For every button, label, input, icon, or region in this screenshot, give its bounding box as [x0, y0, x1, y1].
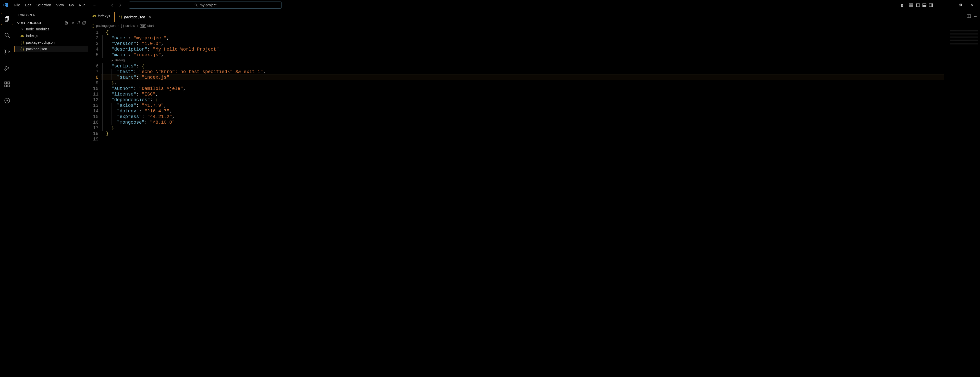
new-folder-icon[interactable] — [70, 21, 74, 25]
nav-forward-button[interactable] — [118, 3, 122, 7]
activity-run-debug-icon[interactable] — [1, 62, 13, 74]
svg-rect-24 — [5, 85, 6, 87]
activity-bar — [0, 10, 14, 377]
folder-header[interactable]: MY-PROJECT — [14, 21, 88, 25]
folder-name: MY-PROJECT — [21, 21, 41, 25]
code-line[interactable]: "test": "echo \"Error: no test specified… — [102, 69, 944, 75]
file-tree-item[interactable]: JSindex.js — [14, 32, 88, 39]
codelens-debug[interactable]: Debug — [102, 58, 944, 63]
braces-icon: { } — [121, 24, 124, 27]
collapse-all-icon[interactable] — [82, 21, 86, 25]
code-line[interactable] — [102, 136, 944, 142]
customize-layout-icon[interactable] — [909, 3, 913, 7]
minimize-button[interactable] — [943, 0, 955, 10]
file-tree-item[interactable]: { }package-lock.json — [14, 39, 88, 46]
menu-selection[interactable]: Selection — [34, 2, 54, 8]
breadcrumb-segment[interactable]: abcstart — [140, 24, 154, 27]
toggle-panel-icon[interactable] — [922, 3, 926, 7]
titlebar: FileEditSelectionViewGoRun ··· my-projec… — [0, 0, 980, 10]
code-line[interactable]: "scripts": { — [102, 63, 944, 69]
close-tab-button[interactable]: ✕ — [149, 15, 152, 19]
menu-run[interactable]: Run — [76, 2, 88, 8]
tab-label: package.json — [124, 15, 145, 19]
file-tree-item[interactable]: { }package.json — [14, 46, 88, 53]
json-icon: { } — [20, 40, 24, 45]
code-editor[interactable]: 12345 678910111213141516171819 { "name":… — [88, 29, 980, 377]
breadcrumb-label: scripts — [126, 24, 135, 27]
menu-view[interactable]: View — [54, 2, 66, 8]
code-line[interactable]: "author": "Damilola Ajele", — [102, 86, 944, 91]
breadcrumb-label: package.json — [96, 24, 116, 27]
file-tree-item[interactable]: node_modules — [14, 26, 88, 32]
svg-rect-5 — [912, 5, 913, 6]
file-name: package-lock.json — [26, 40, 55, 45]
code-line[interactable]: } — [102, 125, 944, 131]
copilot-icon[interactable] — [899, 3, 904, 8]
breadcrumb-segment[interactable]: { }package.json — [91, 24, 116, 27]
refresh-icon[interactable] — [76, 21, 80, 25]
new-file-icon[interactable] — [65, 21, 68, 25]
svg-rect-2 — [909, 3, 911, 5]
svg-rect-4 — [909, 5, 911, 6]
svg-rect-7 — [916, 3, 917, 6]
editor-area: JSindex.js{ }package.json✕ ··· { }packag… — [88, 10, 980, 377]
code-line[interactable]: "mongoose": "^8.10.0" — [102, 120, 944, 125]
line-number-gutter: 12345 678910111213141516171819 — [88, 29, 101, 142]
code-line[interactable]: "version": "1.0.0", — [102, 41, 944, 46]
code-line[interactable]: "name": "my-project", — [102, 35, 944, 41]
code-line[interactable]: "express": "^4.21.2", — [102, 114, 944, 120]
code-line[interactable]: "dotenv": "^16.4.7", — [102, 108, 944, 114]
activity-thunder-icon[interactable] — [1, 94, 13, 107]
tab-label: index.js — [98, 14, 110, 18]
file-name: node_modules — [26, 27, 49, 31]
explorer-more-button[interactable]: ··· — [81, 14, 84, 17]
activity-explorer-icon[interactable] — [1, 13, 13, 25]
maximize-button[interactable] — [955, 0, 966, 10]
window-controls — [943, 0, 978, 10]
code-line[interactable]: "axios": "^1.7.9", — [102, 103, 944, 108]
json-icon: { } — [91, 24, 94, 27]
layout-controls — [909, 3, 933, 7]
nav-back-button[interactable] — [110, 3, 115, 7]
code-line[interactable]: "dependencies": { — [102, 97, 944, 103]
editor-more-button[interactable]: ··· — [974, 14, 977, 18]
code-line[interactable]: { — [102, 30, 944, 35]
breadcrumb-label: start — [148, 24, 154, 27]
command-center-text: my-project — [200, 3, 216, 7]
explorer-title: EXPLORER — [18, 14, 35, 17]
svg-rect-3 — [912, 3, 913, 5]
minimap[interactable] — [950, 30, 978, 45]
workbench: EXPLORER ··· MY-PROJECT node_modulesJSin… — [0, 10, 980, 377]
code-line[interactable]: "start": "index.js" — [102, 75, 944, 80]
command-center[interactable]: my-project — [129, 2, 282, 9]
code-line[interactable]: } — [102, 131, 944, 136]
activity-search-icon[interactable] — [1, 29, 13, 42]
close-window-button[interactable] — [966, 0, 978, 10]
toggle-secondary-sidebar-icon[interactable] — [929, 3, 933, 7]
activity-source-control-icon[interactable] — [1, 45, 13, 58]
menu-overflow-button[interactable]: ··· — [90, 2, 98, 8]
svg-rect-14 — [960, 4, 962, 6]
vscode-logo-icon — [2, 2, 9, 9]
breadcrumbs[interactable]: { }package.json›{ }scripts›abcstart — [88, 22, 980, 29]
editor-tab[interactable]: { }package.json✕ — [115, 12, 156, 22]
split-editor-icon[interactable] — [967, 14, 971, 18]
menu-edit[interactable]: Edit — [23, 2, 34, 8]
code-line[interactable]: "description": "My Hello World Project", — [102, 46, 944, 52]
breadcrumb-segment[interactable]: { }scripts — [121, 24, 135, 27]
json-icon: { } — [20, 47, 24, 51]
code-line[interactable]: "license": "ISC", — [102, 91, 944, 97]
svg-point-21 — [8, 51, 9, 52]
code-line[interactable]: "main": "index.js", — [102, 52, 944, 58]
nav-arrows — [110, 3, 122, 7]
editor-tab[interactable]: JSindex.js — [88, 10, 115, 22]
chevron-down-icon — [17, 21, 20, 24]
menu-go[interactable]: Go — [66, 2, 76, 8]
code-line[interactable]: }, — [102, 80, 944, 86]
svg-rect-9 — [923, 5, 926, 6]
json-icon: { } — [119, 15, 122, 19]
activity-extensions-icon[interactable] — [1, 78, 13, 90]
js-icon: JS — [92, 14, 96, 18]
menu-file[interactable]: File — [12, 2, 23, 8]
toggle-primary-sidebar-icon[interactable] — [916, 3, 920, 7]
